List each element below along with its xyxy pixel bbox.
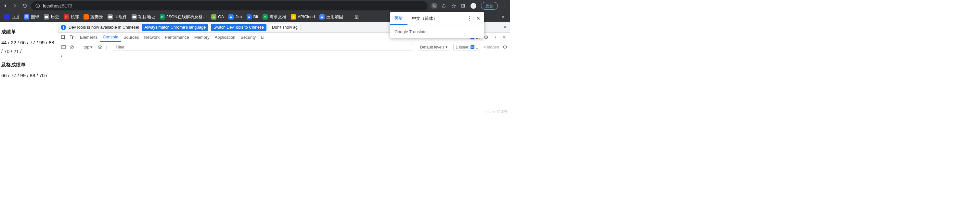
tab-performance[interactable]: Performance: [162, 32, 191, 42]
bookmark-item[interactable]: 蓝奏云: [81, 14, 105, 20]
share-icon[interactable]: [441, 3, 447, 8]
favicon: ■: [247, 14, 252, 19]
svg-rect-7: [73, 37, 74, 39]
bookmark-label: Bit: [253, 14, 258, 19]
bookmark-label: 应用加固: [326, 14, 343, 20]
inspect-icon[interactable]: [61, 35, 66, 40]
svg-point-11: [99, 46, 101, 48]
kebab-icon[interactable]: ⋮: [493, 35, 498, 40]
favicon: 译: [24, 14, 29, 19]
update-button[interactable]: 更新: [481, 2, 498, 10]
reload-icon[interactable]: [22, 3, 27, 8]
watermark: CSDN亿速云: [485, 109, 508, 114]
svg-line-10: [71, 46, 73, 48]
translate-tab-en[interactable]: 英语: [390, 12, 407, 25]
clear-icon[interactable]: [69, 45, 75, 50]
filter-input[interactable]: [113, 44, 412, 50]
favicon: JS: [160, 14, 165, 19]
forward-icon[interactable]: [12, 3, 18, 8]
bookmark-item[interactable]: ■Bit: [244, 14, 261, 19]
bookmark-item[interactable]: 历史: [41, 14, 61, 20]
info-icon[interactable]: [35, 3, 40, 8]
nav-buttons: [3, 3, 27, 8]
match-language-button[interactable]: Always match Chrome's language: [142, 24, 208, 31]
bookmark-label: Jira: [235, 14, 242, 19]
bookmark-label: JSON在线解析及格…: [167, 14, 207, 20]
overflow-chevron-icon[interactable]: »: [498, 14, 508, 19]
bookmark-item[interactable]: 百度: [2, 14, 22, 20]
svg-rect-4: [464, 4, 465, 7]
bookmark-item[interactable]: UI组件: [105, 14, 129, 20]
kebab-icon[interactable]: ⋮: [467, 15, 472, 21]
hidden-count[interactable]: 4 hidden: [484, 45, 499, 50]
translate-icon[interactable]: [431, 3, 437, 8]
issue-icon: ✉: [471, 45, 474, 49]
translate-popup: 英语 中文（简体） ⋮ ✕ Google Translate: [390, 12, 484, 38]
browser-toolbar: localhost:5173 更新 ⋮: [0, 0, 510, 12]
tab-elements[interactable]: Elements: [77, 32, 100, 42]
bookmark-item[interactable]: 型: [345, 14, 361, 20]
favicon: [4, 14, 10, 19]
favicon: ★: [211, 14, 216, 19]
issues-badge[interactable]: 1 Issue:✉1: [453, 44, 480, 50]
bookmark-label: 翻译: [31, 14, 39, 20]
pass-list: 66 / 77 / 99 / 88 / 70 /: [1, 71, 57, 80]
bookmark-item[interactable]: 译翻译: [22, 14, 41, 20]
prompt-icon: ›: [61, 53, 62, 58]
bookmark-item[interactable]: ≡需求文档: [260, 14, 288, 20]
sidebar-toggle-icon[interactable]: [61, 45, 66, 50]
translate-tabs: 英语 中文（简体） ⋮ ✕: [390, 12, 484, 26]
star-icon[interactable]: [451, 3, 456, 8]
switch-chinese-button[interactable]: Switch DevTools to Chinese: [211, 24, 266, 31]
bookmark-label: 需求文档: [269, 14, 286, 20]
eye-icon[interactable]: [97, 45, 103, 50]
page-content: 成绩单 44 / 22 / 66 / 77 / 99 / 88 / 70 / 2…: [0, 22, 58, 115]
settings-icon[interactable]: ⚙: [484, 35, 489, 40]
console-settings-icon[interactable]: ⚙: [502, 45, 508, 50]
favicon: [348, 14, 353, 19]
svg-rect-6: [70, 35, 72, 39]
tab-security[interactable]: Security: [238, 32, 258, 42]
bookmark-label: 项目地址: [138, 14, 155, 20]
close-icon[interactable]: ✕: [476, 15, 480, 21]
tab-sources[interactable]: Sources: [121, 32, 142, 42]
bookmark-label: OA: [218, 14, 224, 19]
translate-tab-zh[interactable]: 中文（简体）: [407, 12, 442, 25]
inspect-tools: [58, 32, 77, 42]
bookmark-item[interactable]: ★OA: [209, 14, 226, 19]
tab-li[interactable]: Li: [258, 32, 267, 42]
levels-dropdown[interactable]: Default levels ▾: [418, 44, 450, 50]
infobar-message: DevTools is now available in Chinese!: [68, 25, 139, 30]
bookmark-item[interactable]: ■APICloud: [288, 14, 317, 19]
address-bar[interactable]: localhost:5173: [31, 1, 428, 10]
info-icon: i: [61, 25, 66, 30]
bookmark-item[interactable]: 项目地址: [129, 14, 158, 20]
dont-show-button[interactable]: Don't show ag: [269, 24, 301, 31]
console-output[interactable]: ›: [58, 52, 510, 115]
favicon: ◆: [320, 14, 325, 19]
translate-brand: Google Translate: [390, 26, 484, 38]
tab-memory[interactable]: Memory: [192, 32, 212, 42]
context-dropdown[interactable]: top ▾: [82, 44, 94, 50]
back-icon[interactable]: [3, 3, 8, 8]
panel-icon[interactable]: [461, 3, 466, 8]
bookmark-item[interactable]: ◆Jira: [226, 14, 244, 19]
bookmark-label: UI组件: [115, 14, 127, 20]
tab-network[interactable]: Network: [142, 32, 162, 42]
console-toolbar: | top ▾ | Default levels ▾ 1 Issue:✉1 4 …: [58, 42, 510, 52]
device-icon[interactable]: [69, 35, 75, 40]
toolbar-right: 更新 ⋮: [431, 2, 508, 10]
heading-pass: 及格成绩单: [1, 60, 57, 69]
heading-scores: 成绩单: [1, 27, 57, 36]
avatar-icon[interactable]: [471, 3, 476, 9]
menu-icon[interactable]: ⋮: [502, 3, 508, 8]
favicon: ≡: [262, 14, 268, 19]
tab-application[interactable]: Application: [212, 32, 238, 42]
url-host: localhost:5173: [43, 3, 72, 8]
bookmark-item[interactable]: ◆应用加固: [317, 14, 345, 20]
bookmark-item[interactable]: JSJSON在线解析及格…: [158, 14, 209, 20]
tab-console[interactable]: Console: [100, 32, 121, 42]
bookmark-item[interactable]: 8私邮: [61, 14, 81, 20]
close-icon[interactable]: ×: [503, 24, 507, 30]
close-devtools-icon[interactable]: ×: [502, 35, 507, 40]
